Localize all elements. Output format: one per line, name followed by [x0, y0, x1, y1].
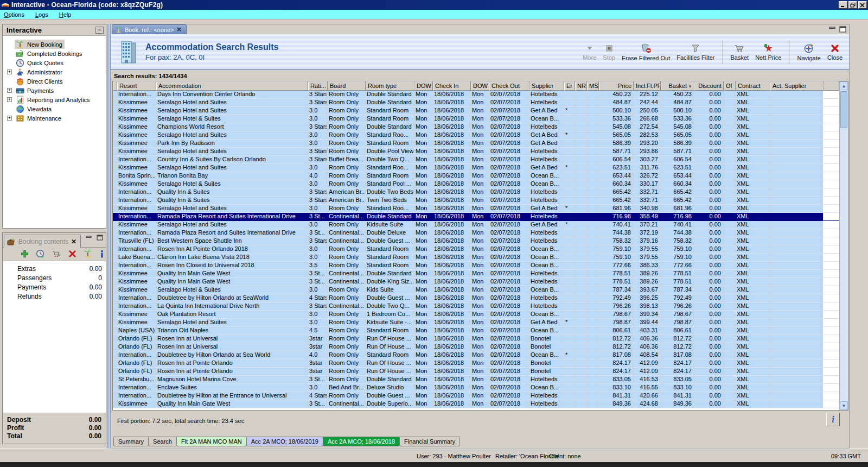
booking-contents-row-extras[interactable]: Extras0.00 — [3, 264, 106, 273]
bottom-tab-search[interactable]: Search — [148, 437, 177, 446]
palm-tree-button[interactable] — [84, 249, 92, 259]
main-minimize-button[interactable] — [829, 26, 836, 34]
booking-contents-row-passengers[interactable]: Passengers0 — [3, 273, 106, 282]
table-row[interactable]: KissimmeeOak Plantation Resort3.0Room On… — [113, 311, 839, 319]
basket-button[interactable]: Basket — [731, 43, 749, 61]
table-row[interactable]: Internation...Ramada Plaza Resort and Su… — [113, 229, 839, 237]
sidebar-collapse-button[interactable]: − — [95, 27, 104, 34]
booking-ref-tab-close-icon[interactable]: ✕ — [177, 26, 182, 33]
scroll-down-icon[interactable]: ▼ — [840, 401, 848, 410]
column-header-contract[interactable]: Contract — [736, 81, 770, 91]
table-row[interactable]: Orlando (FL)Rosen Inn at Pointe Orlando3… — [113, 359, 839, 368]
column-header-er[interactable]: Er — [564, 81, 575, 91]
table-row[interactable]: Internation...Days Inn Convention Center… — [113, 91, 839, 99]
table-row[interactable]: Internation...Doubletree by Hilton Orlan… — [113, 294, 839, 302]
booking-contents-tab[interactable]: Booking contents ✕ — [4, 235, 81, 248]
column-header-ms[interactable]: MS — [587, 81, 599, 91]
table-row[interactable]: Internation...Rosen Inn At Pointe Orland… — [113, 245, 839, 254]
sidebar-item-administrator[interactable]: +Administrator — [3, 67, 106, 77]
table-row[interactable]: KissimmeeSeralago Hotel and Suites3.0Roo… — [113, 205, 839, 213]
navigate-button[interactable]: Navigate — [797, 43, 820, 61]
table-row[interactable]: Internation...Quality Inn & Suites3 Star… — [113, 188, 839, 197]
column-header-dow-out[interactable]: DOW — [471, 81, 489, 91]
table-row[interactable]: Internation...Country Inn & Suites By Ca… — [113, 156, 839, 164]
booking-contents-row-refunds[interactable]: Refunds0.00 — [3, 292, 106, 301]
add-button[interactable] — [21, 250, 29, 259]
table-row[interactable]: KissimmeeSeralago Hotel and Suites3.0Roo… — [113, 319, 839, 327]
info-button[interactable] — [99, 250, 105, 259]
table-row[interactable]: KissimmeeSeralago Hotel and Suites3 Star… — [113, 148, 839, 156]
table-row[interactable]: KissimmeeSeralago Hotel & Suites3.0Room … — [113, 115, 839, 123]
expand-plus-icon[interactable]: + — [7, 116, 12, 121]
table-row[interactable]: KissimmeeChampions World Resort3 StarsRo… — [113, 123, 839, 131]
table-row[interactable]: KissimmeeSeralago Hotel and Suites3.0Roo… — [113, 221, 839, 229]
table-row[interactable]: KissimmeeQuality Inn Main Gate West3 St.… — [113, 400, 839, 408]
table-row[interactable]: Bonita Sprin...Trianon Bonita Bay4.0Room… — [113, 172, 839, 180]
column-header-act-supplier[interactable]: Act. Supplier — [770, 81, 824, 91]
sidebar-item-reporting-and-analytics[interactable]: +Reporting and Analytics — [3, 95, 106, 104]
booking-contents-minimize-button[interactable] — [85, 234, 93, 241]
sidebar-item-direct-clients[interactable]: Direct Clients — [3, 77, 106, 86]
close-window-button[interactable] — [858, 1, 867, 9]
sidebar-item-viewdata[interactable]: Viewdata — [3, 104, 106, 113]
table-row[interactable]: Internation...Doubletree by Hilton Orlan… — [113, 351, 839, 359]
table-row[interactable]: Orlando (FL)Rosen Inn at Universal3starR… — [113, 343, 839, 351]
table-row[interactable]: St Petersbu...Magnuson Hotel Marina Cove… — [113, 376, 839, 384]
column-header-check-in[interactable]: Check In — [433, 81, 471, 91]
sidebar-item-completed-bookings[interactable]: Completed Bookings — [3, 49, 106, 58]
column-header-of[interactable]: Of — [724, 81, 736, 91]
expand-plus-icon[interactable]: + — [7, 97, 12, 102]
column-header-dow-in[interactable]: DOW — [414, 81, 433, 91]
bottom-tab-flt-2a-man-mco-man[interactable]: Flt 2A MAN MCO MAN — [176, 437, 247, 446]
delete-button[interactable] — [68, 250, 76, 259]
column-header-incl-fl-pp[interactable]: Incl.Fl.PP — [634, 81, 661, 91]
table-row[interactable]: KissimmeePark Inn By Radisson3.0Room Onl… — [113, 140, 839, 148]
table-row[interactable]: Internation...La Quinta Inn Internationa… — [113, 302, 839, 311]
table-row[interactable]: Internation...Enclave Suites3.0Bed And B… — [113, 384, 839, 392]
sidebar-item-new-booking[interactable]: New Booking — [3, 40, 106, 49]
bottom-tab-acc-2a-mco-18-06-2018[interactable]: Acc 2A MCO; 18/06/2018 — [323, 437, 400, 446]
table-row[interactable]: KissimmeeSeralago Hotel and Suites3.0Roo… — [113, 164, 839, 172]
bottom-tab-financial-summary[interactable]: Financial Summary — [399, 437, 460, 446]
sidebar-item-payments[interactable]: +Payments — [3, 86, 106, 95]
menu-item-options[interactable]: Options — [4, 11, 24, 18]
table-row[interactable]: KissimmeeSeralago Hotel & Suites3.0Room … — [113, 180, 839, 188]
column-header-discount[interactable]: Discount — [694, 81, 724, 91]
grid-vertical-scrollbar[interactable]: ▲ ▼ — [839, 81, 848, 410]
facilities-filter-button[interactable]: Facilities Filter — [676, 43, 714, 61]
table-row[interactable]: KissimmeeSeralago Hotel & Suites3.0Room … — [113, 286, 839, 294]
booking-ref-tab[interactable]: Book. ref.: <none> ✕ — [112, 24, 187, 34]
bottom-tab-acc-2a-mco-18-06-2019[interactable]: Acc 2A MCO; 18/06/2019 — [246, 437, 323, 446]
column-header-resort[interactable]: Resort — [117, 81, 156, 91]
table-row[interactable]: Internation...Doubletree by Hilton at th… — [113, 392, 839, 400]
scrollbar-thumb[interactable] — [840, 91, 847, 128]
column-header-basket[interactable]: Basket▼ — [661, 81, 694, 91]
column-header-price[interactable]: Price — [599, 81, 634, 91]
scroll-up-icon[interactable]: ▲ — [840, 81, 848, 90]
basket-add-button[interactable] — [52, 249, 61, 259]
minimize-button[interactable] — [839, 1, 847, 9]
restore-button[interactable] — [848, 1, 857, 9]
table-row[interactable]: Naples (USA)Trianon Old Naples4.5Room On… — [113, 327, 839, 335]
table-row[interactable]: KissimmeeQuality Inn Main Gate West3 St.… — [113, 278, 839, 286]
booking-contents-close-icon[interactable]: ✕ — [71, 238, 76, 245]
column-header-rating[interactable]: Rati... — [308, 81, 328, 91]
expand-plus-icon[interactable]: + — [7, 88, 12, 93]
table-row[interactable]: KissimmeeSeralago Hotel and Suites3.0Roo… — [113, 131, 839, 140]
nett-price-button[interactable]: Nett Price — [755, 43, 781, 61]
table-row[interactable]: Orlando (FL)Rosen Inn at Universal3starR… — [113, 335, 839, 343]
column-header-board[interactable]: Board — [328, 81, 366, 91]
booking-contents-row-payments[interactable]: Payments0.00 — [3, 282, 106, 292]
sidebar-item-quick-quotes[interactable]: Quick Quotes — [3, 58, 106, 67]
table-row[interactable]: Lake Buena...Clarion Inn Lake Buena Vist… — [113, 254, 839, 262]
table-row[interactable]: Internation...Ramada Plaza Resort and Su… — [113, 213, 839, 221]
bottom-tab-summary[interactable]: Summary — [113, 437, 149, 446]
table-row[interactable]: Internation...Rosen Inn Closest to Unive… — [113, 262, 839, 270]
column-header-nr[interactable]: NR — [575, 81, 587, 91]
table-row[interactable]: Internation...Quality Inn & Suites3 Star… — [113, 197, 839, 205]
erase-filtered-out-button[interactable]: Erase Filtered Out — [622, 43, 670, 61]
sidebar-item-maintenance[interactable]: +Maintenance — [3, 113, 106, 123]
column-header-accommodation[interactable]: Accommodation — [156, 81, 308, 91]
table-row[interactable]: KissimmeeSeralago Hotel and Suites3.0Roo… — [113, 107, 839, 115]
booking-contents-maximize-button[interactable] — [95, 234, 104, 241]
